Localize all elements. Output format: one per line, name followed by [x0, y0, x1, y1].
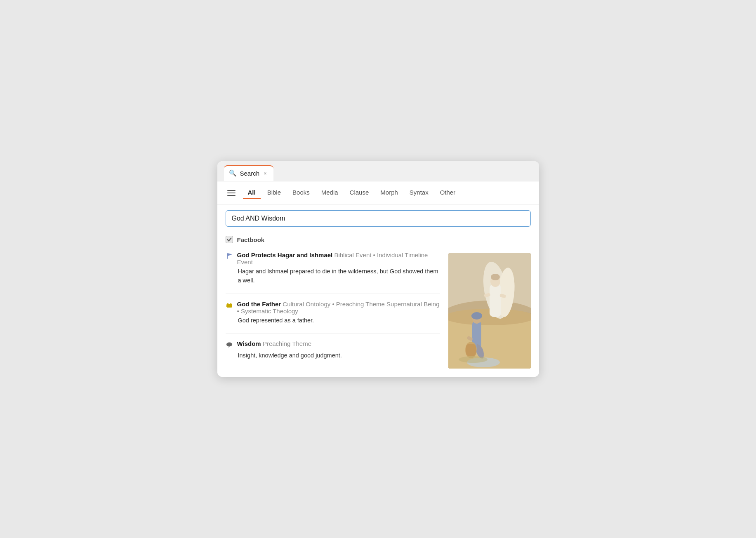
result-header-wisdom: Wisdom Preaching Theme: [226, 340, 440, 350]
results-area: God Protects Hagar and Ishmael Biblical …: [217, 248, 539, 377]
results-list: God Protects Hagar and Ishmael Biblical …: [226, 251, 440, 369]
result-item-hagar: God Protects Hagar and Ishmael Biblical …: [226, 251, 440, 285]
search-input-area: [217, 204, 539, 233]
factbook-checkbox[interactable]: [226, 236, 233, 243]
result-title-wisdom: Wisdom Preaching Theme: [237, 340, 312, 347]
hamburger-line-1: [227, 190, 236, 191]
result-header-father: God the Father Cultural Ontology • Preac…: [226, 301, 440, 315]
divider-2: [226, 333, 440, 334]
result-header-hagar: God Protects Hagar and Ishmael Biblical …: [226, 251, 440, 265]
check-icon: [227, 237, 232, 242]
result-title-father: God the Father Cultural Ontology • Preac…: [237, 301, 440, 315]
hamburger-line-2: [227, 193, 236, 193]
search-window: 🔍 Search × All Bible Books Media Clause …: [217, 161, 539, 377]
tab-media[interactable]: Media: [316, 186, 343, 199]
result-desc-hagar: Hagar and Ishmael prepared to die in the…: [226, 267, 440, 285]
svg-rect-25: [448, 253, 531, 369]
result-item-father: God the Father Cultural Ontology • Preac…: [226, 301, 440, 325]
hamburger-line-3: [227, 195, 236, 196]
image-panel: [448, 253, 531, 369]
svg-rect-0: [227, 253, 228, 259]
result-desc-wisdom: Insight, knowledge and good judgment.: [226, 351, 440, 360]
crown-icon: [226, 301, 233, 310]
factbook-label: Factbook: [237, 236, 265, 243]
result-title-hagar: God Protects Hagar and Ishmael Biblical …: [237, 251, 440, 265]
divider-1: [226, 294, 440, 294]
tab-books[interactable]: Books: [287, 186, 315, 199]
result-title-bold-father: God the Father: [237, 301, 281, 308]
hamburger-button[interactable]: [226, 188, 239, 197]
result-desc-father: God represented as a father.: [226, 316, 440, 325]
svg-rect-2: [227, 307, 232, 308]
search-tab-label: Search: [240, 170, 260, 177]
tab-all[interactable]: All: [243, 186, 261, 199]
painting-image: [448, 253, 531, 369]
flag-icon: [226, 252, 233, 262]
tab-other[interactable]: Other: [435, 186, 461, 199]
search-tab-icon: 🔍: [229, 169, 237, 177]
result-item-wisdom: Wisdom Preaching Theme Insight, knowledg…: [226, 340, 440, 360]
speech-bubble-icon: [226, 341, 233, 350]
factbook-row: Factbook: [217, 233, 539, 248]
tab-bible[interactable]: Bible: [262, 186, 286, 199]
search-input[interactable]: [226, 210, 531, 227]
tab-syntax[interactable]: Syntax: [405, 186, 433, 199]
nav-row: All Bible Books Media Clause Morph Synta…: [217, 181, 539, 204]
svg-point-3: [226, 343, 232, 347]
result-tags-wisdom: Preaching Theme: [263, 340, 311, 347]
tab-morph[interactable]: Morph: [375, 186, 403, 199]
tab-bar: 🔍 Search ×: [217, 161, 539, 181]
tab-clause[interactable]: Clause: [345, 186, 374, 199]
close-icon[interactable]: ×: [264, 170, 267, 176]
result-title-bold-hagar: God Protects Hagar and Ishmael: [237, 251, 333, 258]
result-title-bold-wisdom: Wisdom: [237, 340, 261, 347]
search-tab[interactable]: 🔍 Search ×: [224, 165, 273, 181]
